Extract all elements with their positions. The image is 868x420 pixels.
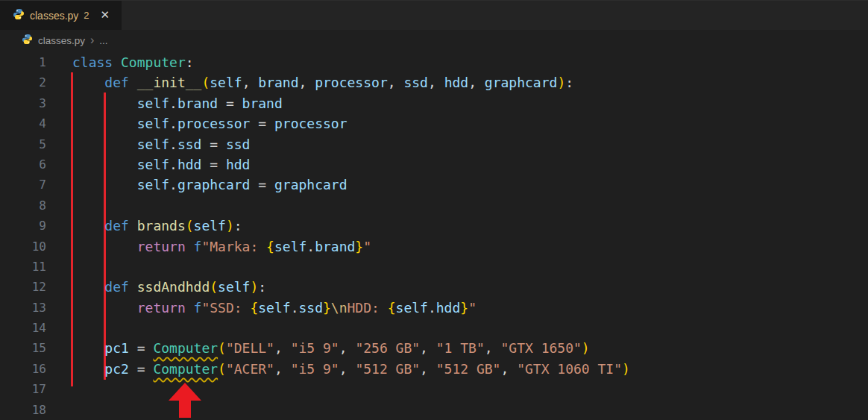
code-token: return <box>137 239 194 254</box>
code-token <box>72 300 137 316</box>
code-line[interactable]: 8 <box>0 195 868 216</box>
code-line[interactable]: 2 def __init__(self, brand, processor, s… <box>0 72 868 93</box>
code-token: ssd <box>226 137 251 152</box>
code-token: "GTX 1650" <box>500 340 581 356</box>
line-number[interactable]: 3 <box>0 93 46 113</box>
line-number[interactable]: 9 <box>0 216 46 236</box>
line-number[interactable]: 6 <box>0 154 46 175</box>
code-token <box>72 157 137 172</box>
python-icon <box>13 8 25 23</box>
tab-title: classes.py <box>30 10 78 22</box>
code-token: "SSD: <box>201 300 250 316</box>
line-number[interactable]: 15 <box>0 338 46 358</box>
code-token: : <box>186 54 194 70</box>
line-number[interactable]: 14 <box>0 318 46 338</box>
code-token: "256 GB" <box>355 340 420 356</box>
code-token: HDD: <box>347 300 388 316</box>
code-token: , <box>388 75 404 90</box>
code-token: def <box>104 75 136 90</box>
code-token: { <box>388 300 396 316</box>
line-number[interactable]: 1 <box>0 52 46 72</box>
code-token: brand <box>242 95 283 111</box>
code-line[interactable]: 13 return f"SSD: {self.ssd}\nHDD: {self.… <box>0 298 868 318</box>
code-token: . <box>169 137 177 152</box>
code-token: : <box>258 279 266 295</box>
code-token: self <box>218 279 250 295</box>
up-arrow-annotation-icon <box>167 383 203 420</box>
code-line[interactable]: 1class Computer: <box>0 52 868 72</box>
python-icon <box>22 34 33 47</box>
code-token: \n <box>331 300 347 316</box>
code-token <box>72 75 104 90</box>
code-token <box>72 218 104 233</box>
code-token: ssd <box>298 300 323 316</box>
code-token: brand <box>177 95 218 111</box>
code-line[interactable]: 3 self.brand = brand <box>0 93 868 113</box>
code-token: . <box>169 157 177 172</box>
code-token: def <box>104 279 136 295</box>
code-token: hdd <box>226 157 251 172</box>
code-token: self <box>137 116 169 131</box>
line-number[interactable]: 13 <box>0 298 46 318</box>
code-token: ssd <box>177 137 202 152</box>
code-token: ) <box>250 279 258 295</box>
code-line[interactable]: 4 self.processor = processor <box>0 113 868 134</box>
code-token: , <box>420 361 436 377</box>
code-line[interactable]: 11 <box>0 257 868 277</box>
line-number[interactable]: 5 <box>0 134 46 154</box>
code-line[interactable]: 15 pc1 = Computer("DELL", "i5 9", "256 G… <box>0 338 868 358</box>
line-number[interactable]: 16 <box>0 359 46 379</box>
code-text: self.ssd = ssd <box>72 134 250 154</box>
line-number[interactable]: 18 <box>0 400 46 420</box>
tab-close-button[interactable]: ✕ <box>99 10 112 21</box>
code-token: brand <box>315 239 355 254</box>
code-token: , <box>500 361 517 377</box>
code-token: ssd <box>403 75 428 90</box>
breadcrumb-file[interactable]: classes.py <box>38 35 85 46</box>
line-number[interactable]: 11 <box>0 257 46 277</box>
code-token: self <box>137 137 169 152</box>
code-line[interactable]: 16 pc2 = Computer("ACER", "i5 9", "512 G… <box>0 359 868 379</box>
code-token: , <box>242 75 259 90</box>
code-line[interactable]: 10 return f"Marka: {self.brand}" <box>0 236 868 257</box>
code-token: . <box>428 300 436 316</box>
code-text: self.hdd = hdd <box>72 154 250 175</box>
code-line[interactable]: 9 def brands(self): <box>0 216 868 236</box>
code-token: brand <box>258 75 298 90</box>
code-token: self <box>137 157 169 172</box>
line-number[interactable]: 12 <box>0 277 46 297</box>
code-token: "DELL" <box>226 340 274 356</box>
line-number[interactable]: 4 <box>0 113 46 134</box>
line-number[interactable]: 7 <box>0 175 46 195</box>
code-token: = <box>129 340 154 356</box>
code-token: f <box>194 239 202 254</box>
line-number[interactable]: 8 <box>0 195 46 216</box>
code-line[interactable]: 7 self.graphcard = graphcard <box>0 175 868 195</box>
code-token: f <box>194 300 202 316</box>
code-line[interactable]: 18 <box>0 400 868 420</box>
code-line[interactable]: 17 <box>0 379 868 399</box>
breadcrumb: classes.py › ... <box>0 30 868 51</box>
code-token: self <box>194 218 226 233</box>
code-text: def ssdAndhdd(self): <box>72 277 266 297</box>
tab-classes-py[interactable]: classes.py 2 ✕ <box>0 1 122 30</box>
code-token: graphcard <box>485 75 558 90</box>
line-number[interactable]: 17 <box>0 379 46 399</box>
code-editor-area[interactable]: 1class Computer:2 def __init__(self, bra… <box>0 51 868 420</box>
code-line[interactable]: 5 self.ssd = ssd <box>0 134 868 154</box>
line-number[interactable]: 2 <box>0 72 46 93</box>
code-text: def __init__(self, brand, processor, ssd… <box>72 72 573 93</box>
code-token: = <box>250 177 274 192</box>
code-line[interactable]: 14 <box>0 318 868 338</box>
code-token-warning: Computer <box>153 361 218 377</box>
code-token: Computer <box>121 54 186 70</box>
code-token: ( <box>218 361 226 377</box>
line-number[interactable]: 10 <box>0 236 46 257</box>
breadcrumb-symbol-ellipsis[interactable]: ... <box>99 35 107 46</box>
code-text: self.graphcard = graphcard <box>72 175 347 195</box>
code-line[interactable]: 6 self.hdd = hdd <box>0 154 868 175</box>
code-token: pc2 <box>104 361 129 377</box>
code-text: return f"SSD: {self.ssd}\nHDD: {self.hdd… <box>72 298 477 318</box>
code-line[interactable]: 12 def ssdAndhdd(self): <box>0 277 868 297</box>
code-token: hdd <box>177 157 202 172</box>
